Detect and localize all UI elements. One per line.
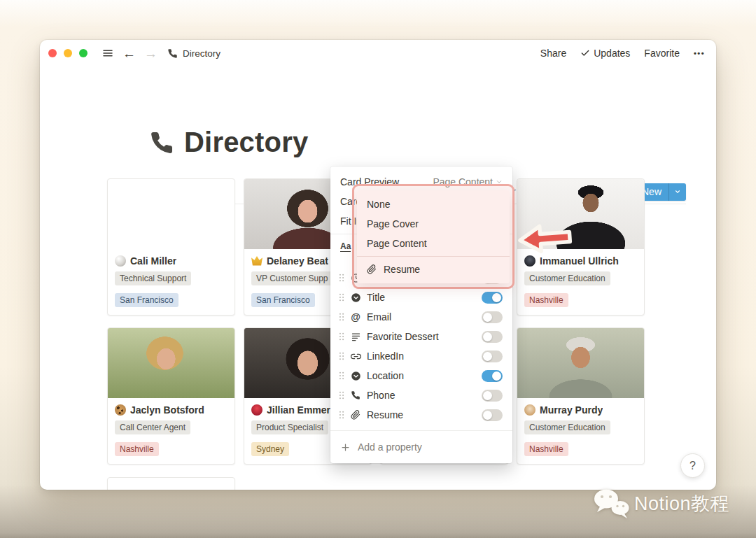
more-options-icon[interactable]: ••• (694, 49, 705, 57)
property-toggle[interactable] (482, 331, 503, 343)
property-toggle[interactable] (482, 390, 503, 402)
card-cover-photo (108, 328, 234, 398)
drag-handle-icon[interactable] (337, 351, 346, 361)
link-icon (350, 351, 361, 362)
property-toggle[interactable] (482, 292, 503, 304)
share-button[interactable]: Share (540, 48, 566, 59)
back-arrow-icon[interactable]: ← (122, 47, 136, 60)
card-preview-value: Page Content (433, 176, 493, 187)
property-row-favorite-dessert[interactable]: Favorite Dessert (330, 327, 512, 346)
card-preview-label: Card Preview (340, 176, 399, 187)
forward-arrow-icon[interactable]: → (144, 47, 158, 60)
person-name: Delaney Beat (267, 255, 328, 267)
drag-handle-icon[interactable] (337, 332, 346, 341)
plus-icon (340, 442, 351, 453)
property-row-email[interactable]: @ Email (330, 307, 512, 327)
drag-handle-icon[interactable] (337, 410, 346, 420)
chevron-down-icon (496, 178, 503, 185)
card-cali-miller[interactable]: Cali Miller Technical Support San Franci… (107, 178, 235, 316)
at-sign-icon: @ (350, 311, 361, 323)
watermark-text: Notion教程 (634, 491, 729, 516)
location-tag: Nashville (524, 442, 568, 456)
panel-divider (330, 430, 512, 431)
card-preview-setting[interactable]: Card Preview Page Content (330, 172, 512, 192)
select-circle-icon (350, 292, 361, 303)
sidebar-menu-icon[interactable] (102, 47, 114, 59)
minimize-window-button[interactable] (64, 49, 72, 57)
property-row-location[interactable]: Location (330, 366, 512, 385)
zoom-window-button[interactable] (79, 49, 88, 57)
select-circle-icon (350, 371, 361, 381)
new-dropdown-caret-icon[interactable] (669, 183, 686, 201)
role-tag: Product Specialist (251, 420, 328, 434)
phone-icon (350, 390, 361, 400)
person-name: Jaclyn Botsford (130, 404, 204, 416)
watermark: Notion教程 (592, 488, 729, 520)
role-tag: Customer Education (524, 271, 610, 285)
rose-emoji-icon (251, 404, 262, 416)
role-tag: Call Center Agent (115, 420, 190, 434)
check-icon (580, 48, 590, 58)
dropdown-item-page-cover[interactable]: Page Cover (357, 214, 510, 234)
cookie-emoji-icon (115, 404, 126, 416)
card-jaclyn-botsford[interactable]: Jaclyn Botsford Call Center Agent Nashvi… (107, 327, 235, 465)
wechat-icon (592, 488, 630, 520)
help-button[interactable]: ? (680, 453, 705, 478)
page-title: Directory (184, 127, 308, 158)
property-row-phone[interactable]: Phone (330, 385, 512, 405)
role-tag: Customer Education (524, 420, 610, 434)
drag-handle-icon[interactable] (337, 312, 346, 322)
card-partially-cut-off[interactable] (107, 477, 235, 490)
window-titlebar: ← → Directory Share Updates Favorite ••• (40, 40, 716, 66)
add-property-button[interactable]: Add a property (330, 437, 512, 458)
property-row-title[interactable]: Title (330, 288, 512, 307)
location-tag: Nashville (115, 442, 159, 456)
dropdown-item-resume[interactable]: Resume (357, 260, 510, 279)
person-name: Jillian Emmer (267, 404, 330, 416)
volleyball-emoji-icon (115, 255, 126, 267)
person-name: Murray Purdy (540, 404, 603, 416)
location-tag: Nashville (524, 293, 568, 307)
dropdown-divider (357, 256, 510, 257)
card-murray-purdy[interactable]: Murray Purdy Customer Education Nashvill… (517, 327, 645, 465)
drag-handle-icon[interactable] (337, 390, 346, 400)
property-toggle[interactable] (482, 409, 503, 421)
crown-emoji-icon (251, 255, 262, 267)
notion-app-window: ← → Directory Share Updates Favorite •••… (40, 40, 716, 490)
property-toggle[interactable] (482, 351, 503, 362)
text-lines-icon (350, 332, 361, 342)
favorite-button[interactable]: Favorite (644, 48, 680, 59)
drag-handle-icon[interactable] (337, 273, 346, 283)
property-label: Location (367, 370, 482, 381)
phone-page-icon-large[interactable] (149, 130, 174, 155)
red-arrow-annotation (514, 218, 575, 261)
card-cover-photo (108, 179, 234, 249)
property-label: Resume (367, 409, 482, 420)
card-cover-photo (517, 328, 644, 398)
drag-handle-icon[interactable] (337, 371, 346, 381)
person-name: Cali Miller (130, 255, 176, 267)
role-tag: VP Customer Supp (251, 271, 333, 285)
dog-emoji-icon (524, 404, 536, 416)
paperclip-icon (350, 410, 361, 420)
dropdown-item-page-content[interactable]: Page Content (357, 234, 510, 253)
property-label: Favorite Dessert (367, 331, 482, 342)
property-row-resume[interactable]: Resume (330, 405, 512, 425)
property-row-linkedin[interactable]: LinkedIn (330, 346, 512, 366)
property-toggle[interactable] (482, 370, 503, 382)
location-tag: San Francisco (115, 293, 178, 307)
location-tag: San Francisco (251, 293, 315, 307)
property-label: Title (367, 292, 482, 303)
phone-page-icon (167, 48, 178, 59)
close-window-button[interactable] (48, 49, 57, 57)
property-label: LinkedIn (367, 351, 482, 362)
breadcrumb[interactable]: Directory (183, 48, 220, 59)
location-tag: Sydney (251, 442, 289, 456)
dropdown-item-none[interactable]: None (357, 194, 510, 214)
drag-handle-icon[interactable] (337, 292, 346, 302)
paperclip-icon (367, 264, 377, 274)
updates-button[interactable]: Updates (580, 48, 630, 59)
text-aa-icon: Aa (340, 242, 351, 252)
property-toggle[interactable] (482, 311, 503, 323)
property-label: Phone (367, 390, 482, 401)
